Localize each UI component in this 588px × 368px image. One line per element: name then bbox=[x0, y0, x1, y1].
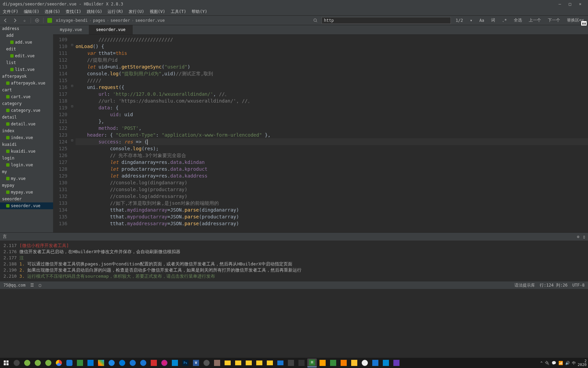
console-tab[interactable]: 言 bbox=[3, 234, 7, 240]
code-line[interactable]: console.log(res); bbox=[76, 145, 588, 152]
run-icon[interactable] bbox=[34, 17, 40, 24]
code-line[interactable]: }, bbox=[76, 118, 588, 125]
taskbar-app[interactable] bbox=[286, 358, 296, 367]
menu-item[interactable]: 运行(R) bbox=[108, 9, 123, 15]
taskbar-ie[interactable] bbox=[107, 358, 116, 367]
case-button[interactable]: Aa bbox=[477, 17, 486, 24]
code-editor[interactable]: 1091101111121131141151161171181191201211… bbox=[53, 35, 588, 232]
minimize-button[interactable]: — bbox=[555, 2, 565, 6]
sidebar-folder[interactable]: mypay bbox=[0, 182, 53, 189]
sidebar-file[interactable]: login.vue bbox=[0, 162, 53, 168]
list-icon[interactable]: ☰ bbox=[30, 283, 34, 288]
fold-icon[interactable] bbox=[70, 145, 74, 152]
code-line[interactable]: tthat.mydingdanarray=JSON.parse(dingdana… bbox=[76, 206, 588, 213]
taskbar-app[interactable] bbox=[381, 358, 391, 367]
code-line[interactable]: uid: uid bbox=[76, 111, 588, 118]
breadcrumb-item[interactable]: seeorder.vue bbox=[135, 18, 165, 23]
code-line[interactable]: var tthat=this bbox=[76, 50, 588, 57]
fold-icon[interactable] bbox=[70, 166, 74, 172]
fold-icon[interactable] bbox=[70, 125, 74, 132]
word-button[interactable]: 词 bbox=[489, 17, 497, 24]
taskbar-app[interactable] bbox=[339, 358, 348, 367]
tray-volume-icon[interactable]: 🔊 bbox=[565, 361, 570, 365]
taskbar-folder[interactable] bbox=[255, 358, 264, 367]
taskbar-app[interactable] bbox=[212, 358, 222, 367]
taskbar-app[interactable] bbox=[297, 358, 306, 367]
code-line[interactable]: ///// bbox=[76, 77, 588, 84]
fold-icon[interactable] bbox=[70, 118, 74, 125]
menu-item[interactable]: 跳转(G) bbox=[87, 9, 102, 15]
sidebar-file[interactable]: afterpayok.vue bbox=[0, 80, 53, 87]
taskbar-app[interactable] bbox=[33, 358, 43, 367]
code-line[interactable]: tthat.myaddressarray=JSON.parse(addressa… bbox=[76, 220, 588, 227]
app-icon[interactable] bbox=[46, 17, 53, 24]
tray-date[interactable]: 2020 bbox=[578, 363, 587, 367]
fold-icon[interactable] bbox=[70, 193, 74, 200]
taskbar-app[interactable] bbox=[318, 358, 327, 367]
taskbar-app[interactable] bbox=[170, 358, 180, 367]
code-line[interactable]: let productarray=res.data.kproduct bbox=[76, 166, 588, 172]
menu-item[interactable]: 发行(U) bbox=[129, 9, 144, 15]
fold-icon[interactable] bbox=[70, 152, 74, 159]
taskbar-app[interactable] bbox=[392, 358, 401, 367]
nav-forward-icon[interactable] bbox=[12, 17, 18, 24]
taskbar-app[interactable] bbox=[44, 358, 53, 367]
code-line[interactable]: url: 'http://127.0.0.1/wxuseralldindan/'… bbox=[76, 91, 588, 97]
sidebar-folder[interactable]: detail bbox=[0, 114, 53, 121]
sidebar-folder[interactable]: login bbox=[0, 155, 53, 162]
taskbar-app[interactable] bbox=[128, 358, 137, 367]
chevron-down-icon[interactable]: ▾ bbox=[468, 17, 475, 24]
code-line[interactable]: ////////////////////////// bbox=[76, 36, 588, 43]
code-line[interactable]: let dingdanarray=res.data.kdindan bbox=[76, 159, 588, 166]
breadcrumb-item[interactable]: xinyage-bendi bbox=[56, 18, 88, 23]
sidebar-folder[interactable]: list bbox=[0, 59, 53, 66]
taskbar-app[interactable] bbox=[328, 358, 338, 367]
code-line[interactable]: //console.log(addressarray) bbox=[76, 193, 588, 200]
fold-icon[interactable] bbox=[70, 63, 74, 70]
taskbar-word[interactable]: W bbox=[191, 358, 201, 367]
taskbar-app[interactable] bbox=[138, 358, 148, 367]
taskbar-folder[interactable] bbox=[244, 358, 254, 367]
sidebar-folder[interactable]: cart bbox=[0, 87, 53, 93]
sidebar-folder[interactable]: my bbox=[0, 168, 53, 175]
fold-icon[interactable]: ⊟ bbox=[70, 84, 74, 91]
sidebar-file[interactable]: index.vue bbox=[0, 134, 53, 141]
console-toggle-icon[interactable]: ▯ bbox=[583, 234, 585, 239]
sidebar-folder[interactable]: add bbox=[0, 32, 53, 39]
taskbar-app[interactable] bbox=[276, 358, 285, 367]
sidebar-folder[interactable]: afterpayok bbox=[0, 73, 53, 80]
code-line[interactable]: header: { "Content-Type": "application/x… bbox=[76, 132, 588, 138]
code-line[interactable]: console.log("提取到用户id为",uid)//测试正常,取到 bbox=[76, 70, 588, 77]
fold-icon[interactable]: ⊟ bbox=[70, 104, 74, 111]
taskbar-edge[interactable] bbox=[117, 358, 127, 367]
sidebar-file[interactable]: seeorder.vue bbox=[0, 202, 53, 209]
taskbar-ps[interactable]: Ps bbox=[181, 358, 190, 367]
sidebar-file[interactable]: kuaidi.vue bbox=[0, 148, 53, 155]
tray-up-icon[interactable]: ^ bbox=[540, 361, 543, 365]
sidebar-file[interactable]: my.vue bbox=[0, 175, 53, 182]
console-clear-icon[interactable]: ⊙ bbox=[577, 234, 579, 239]
fold-icon[interactable]: ⊟ bbox=[70, 43, 74, 50]
taskbar-app[interactable] bbox=[65, 358, 74, 367]
sidebar-folder[interactable]: kuaidi bbox=[0, 141, 53, 148]
editor-tab[interactable]: mypay.vue bbox=[53, 25, 89, 34]
selectall-button[interactable]: 全选 bbox=[512, 17, 524, 24]
status-user[interactable]: 75@qq.com bbox=[3, 283, 26, 288]
taskbar-app[interactable] bbox=[149, 358, 159, 367]
menu-item[interactable]: 选择(S) bbox=[45, 9, 60, 15]
tray-ime-icon[interactable]: 中 bbox=[572, 361, 576, 366]
code-line[interactable]: onLoad() { bbox=[76, 43, 588, 50]
start-button[interactable] bbox=[1, 358, 11, 367]
sidebar-folder[interactable]: edit bbox=[0, 46, 53, 52]
breadcrumb-item[interactable]: pages bbox=[93, 18, 105, 23]
prev-button[interactable]: 上一个 bbox=[527, 17, 543, 24]
sidebar-file[interactable]: category.vue bbox=[0, 107, 53, 114]
fold-icon[interactable] bbox=[70, 159, 74, 166]
close-button[interactable]: × bbox=[575, 2, 585, 6]
taskbar-app[interactable] bbox=[12, 358, 21, 367]
menu-item[interactable]: 编辑(E) bbox=[24, 9, 39, 15]
tray-icon[interactable]: 🔌 bbox=[545, 361, 550, 365]
next-button[interactable]: 下一个 bbox=[546, 17, 562, 24]
fold-icon[interactable] bbox=[70, 220, 74, 227]
taskbar-vscode[interactable] bbox=[86, 358, 95, 367]
